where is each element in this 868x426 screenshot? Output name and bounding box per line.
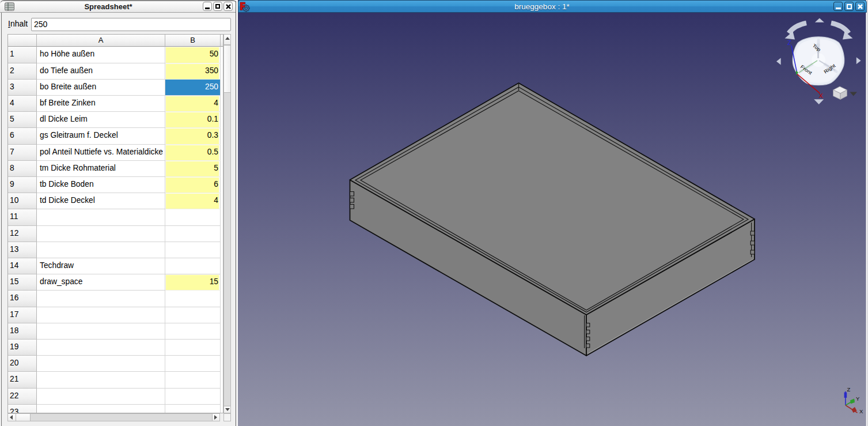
svg-text:X: X <box>859 408 863 414</box>
svg-text:X: X <box>819 92 824 99</box>
svg-text:Z: Z <box>787 39 791 46</box>
svg-text:Z: Z <box>847 386 851 393</box>
svg-text:Y: Y <box>856 395 860 402</box>
